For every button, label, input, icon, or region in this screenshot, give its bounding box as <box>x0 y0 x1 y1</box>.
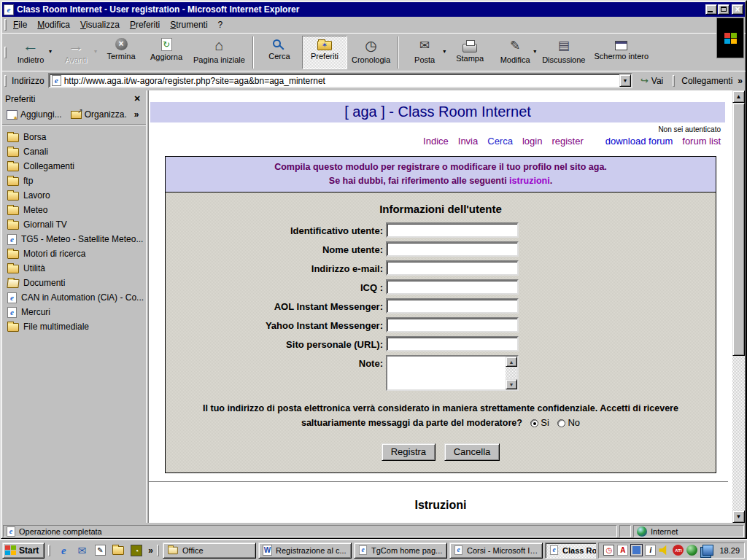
menu-item-strumenti[interactable]: Strumenti <box>165 18 212 32</box>
vertical-scrollbar[interactable]: ▲ ▼ <box>732 90 745 523</box>
quick-launch-chevron-icon[interactable]: » <box>148 545 153 556</box>
toolbar-button-cerca[interactable]: Cerca <box>257 36 302 69</box>
dropdown-arrow-icon[interactable]: ▾ <box>49 48 52 55</box>
outlook-express-icon[interactable]: ✉ <box>74 543 89 558</box>
ie-icon[interactable]: e <box>56 543 71 558</box>
toolbar-button-termina[interactable]: ×Termina <box>98 36 144 69</box>
channels-icon[interactable]: ◔ <box>129 543 144 558</box>
ati-icon[interactable]: ATI <box>673 545 684 556</box>
favorite-item-tg5-meteo-satellite-meteo[interactable]: eTG5 - Meteo - Satellite Meteo... <box>4 232 144 246</box>
toolbar-grip[interactable] <box>4 47 7 58</box>
address-dropdown-button[interactable]: ▼ <box>619 74 631 87</box>
dropdown-arrow-icon[interactable]: ▾ <box>443 48 446 55</box>
favorite-item-documenti[interactable]: Documenti <box>4 276 144 290</box>
input-identificativo-utente[interactable] <box>386 222 519 238</box>
dropdown-arrow-icon[interactable]: ▾ <box>533 48 536 55</box>
toolbar-button-modifica[interactable]: ✎Modifica▾ <box>492 36 538 69</box>
toolbar-button-pagina-iniziale[interactable]: ⌂Pagina iniziale <box>189 36 249 69</box>
favorite-item-canali[interactable]: Canali <box>4 144 144 159</box>
scroll-up-icon[interactable]: ▲ <box>506 357 517 367</box>
input-nome-utente[interactable] <box>386 241 519 257</box>
nav-link-register[interactable]: register <box>551 136 583 147</box>
links-grip[interactable] <box>673 75 675 87</box>
nav-link-forum-list[interactable]: forum list <box>682 136 721 147</box>
favorite-item-file-multimediale[interactable]: File multimediale <box>4 319 144 334</box>
pointer-icon[interactable]: i <box>645 545 656 556</box>
minimize-button[interactable] <box>705 4 717 15</box>
registra-button[interactable]: Registra <box>382 443 436 461</box>
volume-icon[interactable] <box>659 545 670 556</box>
network-icon[interactable] <box>703 545 713 556</box>
addressbar-grip[interactable] <box>4 75 7 87</box>
input-sito-personale-url[interactable] <box>386 336 519 351</box>
menu-item-help[interactable]: ? <box>213 18 228 32</box>
menubar-grip[interactable] <box>4 19 7 31</box>
dropdown-arrow-icon[interactable]: ▾ <box>94 48 97 55</box>
input-aol-instant-messenger[interactable] <box>386 298 519 314</box>
input-icq[interactable] <box>386 279 519 295</box>
favorite-item-ftp[interactable]: ftp <box>4 174 144 188</box>
taskbar-grip[interactable] <box>48 545 50 556</box>
favorite-item-lavoro[interactable]: Lavoro <box>4 188 144 203</box>
favorite-item-giornali-tv[interactable]: Giornali TV <box>4 217 144 232</box>
nav-link-login[interactable]: login <box>522 136 542 147</box>
menu-item-preferiti[interactable]: Preferiti <box>125 18 165 32</box>
scroll-down-icon[interactable]: ▼ <box>732 510 745 523</box>
taskbar-task-class-room-in[interactable]: eClass Room In... <box>545 542 596 559</box>
close-button[interactable] <box>732 4 743 15</box>
favorite-item-utilit[interactable]: Utilità <box>4 261 144 276</box>
favorite-item-meteo[interactable]: Meteo <box>4 203 144 217</box>
input-yahoo-instant-messenger[interactable] <box>386 317 519 332</box>
note-textarea[interactable]: ▲ ▼ <box>386 355 519 391</box>
tasks-grip[interactable] <box>157 545 159 556</box>
favorite-item-collegamenti[interactable]: Collegamenti <box>4 159 144 174</box>
toolbar-button-preferiti[interactable]: ✶Preferiti <box>302 36 347 69</box>
scrollbar-thumb[interactable] <box>732 103 745 356</box>
toolbar-button-discussione[interactable]: ▤Discussione <box>538 36 589 69</box>
links-toolbar-label[interactable]: Collegamenti <box>680 76 734 86</box>
favorite-item-motori-di-ricerca[interactable]: Motori di ricerca <box>4 246 144 261</box>
toolbar-button-indietro[interactable]: ←Indietro▾ <box>8 36 53 69</box>
add-favorite-button[interactable]: Aggiungi... <box>5 108 63 121</box>
globe-icon[interactable] <box>686 545 697 556</box>
nav-link-cerca[interactable]: Cerca <box>487 136 513 147</box>
folder-icon[interactable] <box>111 543 125 558</box>
organize-favorites-button[interactable]: Organizza. <box>69 108 128 121</box>
favorites-close-button[interactable]: ✕ <box>131 94 143 105</box>
favorite-item-mercuri[interactable]: eMercuri <box>4 305 144 319</box>
taskbar-task-office[interactable]: Office <box>163 542 256 559</box>
nav-link-indice[interactable]: Indice <box>423 136 449 147</box>
desktop-icon[interactable]: ✎ <box>93 543 107 558</box>
start-button[interactable]: Start <box>2 542 44 559</box>
taskbar-task-registrazione-al-c[interactable]: WRegistrazione al c... <box>258 542 352 559</box>
nav-link-invia[interactable]: Invia <box>458 136 478 147</box>
radio-no[interactable] <box>557 419 565 427</box>
go-button[interactable]: ↪ Vai <box>636 74 667 88</box>
taskbar-task-corsi-microsoft-in[interactable]: eCorsi - Microsoft In... <box>449 542 543 559</box>
task-scheduler-icon[interactable]: ◷ <box>603 545 614 556</box>
favorites-chevron-icon[interactable]: » <box>134 109 139 120</box>
input-indirizzo-e-mail[interactable] <box>386 260 519 276</box>
textarea-scrollbar[interactable]: ▲ ▼ <box>506 357 517 389</box>
cancella-button[interactable]: Cancella <box>444 443 500 461</box>
toolbar-button-posta[interactable]: ✉Posta▾ <box>402 36 447 69</box>
restore-button[interactable] <box>718 4 729 15</box>
favorite-item-borsa[interactable]: Borsa <box>4 130 144 144</box>
links-chevron-icon[interactable]: » <box>738 76 743 86</box>
favorite-item-can-in-automation-cia-co[interactable]: eCAN in Automation (CiA) - Co... <box>4 290 144 305</box>
radio-si[interactable] <box>530 419 538 427</box>
toolbar-button-cronologia[interactable]: ◷Cronologia <box>347 36 395 69</box>
taskbar-task-tgcom-home-pag[interactable]: eTgCom home pag... <box>354 542 447 559</box>
acrobat-icon[interactable]: A <box>617 545 628 556</box>
toolbar-button-schermo-intero[interactable]: Schermo intero <box>589 36 653 69</box>
menu-item-modifica[interactable]: Modifica <box>32 18 75 32</box>
istruzioni-link[interactable]: istruzioni <box>509 176 550 186</box>
menu-item-visualizza[interactable]: Visualizza <box>75 18 125 32</box>
toolbar-button-aggiorna[interactable]: ↻Aggiorna <box>144 36 189 69</box>
address-input[interactable]: e http://www.aga.it/w-agora/register.php… <box>48 73 632 88</box>
display-icon[interactable] <box>631 545 642 556</box>
toolbar-button-stampa[interactable]: Stampa <box>447 36 492 69</box>
nav-link-download-forum[interactable]: download forum <box>605 136 673 147</box>
scroll-up-icon[interactable]: ▲ <box>732 90 745 103</box>
menu-item-file[interactable]: File <box>8 18 32 32</box>
